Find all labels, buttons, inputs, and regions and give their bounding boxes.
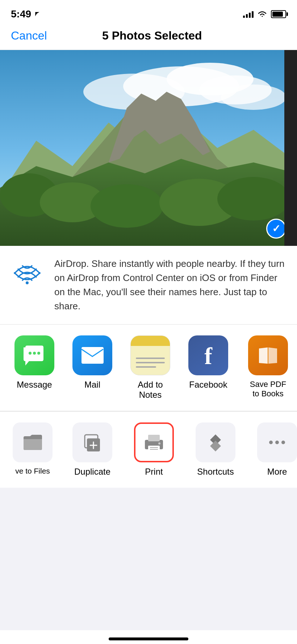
wifi-icon [257, 11, 267, 18]
photo-edge-right [284, 50, 297, 246]
action-save-to-files[interactable]: ve to Files [11, 422, 54, 477]
svg-point-35 [281, 441, 285, 444]
svg-point-17 [33, 352, 36, 355]
share-app-notes[interactable]: Add to Notes [127, 335, 174, 400]
books-icon [248, 335, 288, 375]
notes-label: Add to Notes [127, 380, 174, 400]
books-label: Save PDFto Books [250, 380, 286, 399]
clock: 5:49 [11, 8, 31, 20]
signal-icon [243, 11, 254, 18]
svg-point-33 [269, 441, 273, 444]
home-indicator [0, 630, 297, 644]
svg-point-5 [221, 84, 286, 110]
share-apps-section[interactable]: Message Mail Add to Notes [0, 325, 297, 411]
more-label: More [267, 467, 287, 477]
print-label: Print [145, 467, 163, 477]
svg-point-15 [26, 281, 29, 284]
svg-point-18 [37, 352, 40, 355]
selection-checkmark [266, 219, 286, 239]
mail-label: Mail [84, 380, 100, 390]
message-label: Message [17, 380, 52, 390]
bottom-spacer [0, 488, 297, 517]
print-icon-box [134, 422, 174, 462]
more-dots-icon [267, 439, 287, 446]
action-print[interactable]: Print [130, 422, 177, 477]
action-duplicate[interactable]: Duplicate [69, 422, 116, 477]
airdrop-section: AirDrop. Share instantly with people nea… [0, 246, 297, 325]
shortcuts-svg-icon [206, 433, 226, 453]
actions-row: ve to Files Duplicate [11, 422, 297, 477]
notes-icon [130, 335, 170, 375]
home-bar [109, 637, 188, 640]
facebook-icon: f [188, 335, 228, 375]
airdrop-description: AirDrop. Share instantly with people nea… [54, 257, 286, 313]
mountain-photo [0, 50, 297, 246]
svg-point-16 [29, 352, 32, 355]
svg-point-30 [158, 442, 160, 445]
mail-envelope-icon [81, 346, 104, 364]
status-bar: 5:49 [0, 0, 297, 25]
action-more[interactable]: More [254, 422, 297, 477]
share-app-message[interactable]: Message [11, 335, 58, 400]
message-icon [14, 335, 54, 375]
svg-rect-19 [81, 347, 104, 364]
airdrop-rings-icon [11, 257, 43, 289]
airdrop-icon [11, 257, 43, 289]
status-time: 5:49 [11, 8, 41, 20]
share-app-books[interactable]: Save PDFto Books [243, 335, 293, 400]
folder-icon [23, 433, 43, 451]
svg-marker-32 [210, 441, 221, 451]
status-icons [243, 10, 286, 18]
share-app-facebook[interactable]: f Facebook [185, 335, 232, 400]
duplicate-label: Duplicate [74, 467, 110, 477]
svg-point-34 [275, 441, 279, 444]
cancel-button[interactable]: Cancel [11, 29, 47, 42]
photo-main [0, 50, 297, 246]
more-icon-box [257, 422, 297, 462]
shortcuts-label: Shortcuts [197, 467, 234, 477]
battery-icon [271, 10, 286, 18]
facebook-label: Facebook [189, 380, 227, 390]
share-app-mail[interactable]: Mail [69, 335, 116, 400]
shortcuts-icon-box [196, 422, 235, 462]
save-to-files-icon [13, 422, 53, 462]
page-title: 5 Photos Selected [47, 29, 257, 42]
svg-point-14 [217, 177, 290, 220]
actions-section[interactable]: ve to Files Duplicate [0, 412, 297, 488]
svg-rect-27 [148, 446, 160, 451]
books-open-icon [257, 346, 279, 366]
message-bubble-icon [24, 346, 45, 366]
location-icon [34, 11, 41, 17]
duplicate-svg-icon [83, 433, 103, 453]
mail-icon [72, 335, 112, 375]
nav-bar: Cancel 5 Photos Selected [0, 25, 297, 50]
save-to-files-label: ve to Files [15, 467, 50, 475]
print-svg-icon [143, 433, 165, 453]
action-shortcuts[interactable]: Shortcuts [192, 422, 239, 477]
svg-rect-26 [148, 435, 160, 441]
photo-strip[interactable] [0, 50, 297, 246]
share-apps-row: Message Mail Add to Notes [11, 335, 293, 400]
svg-point-12 [91, 184, 163, 228]
duplicate-icon [72, 422, 112, 462]
